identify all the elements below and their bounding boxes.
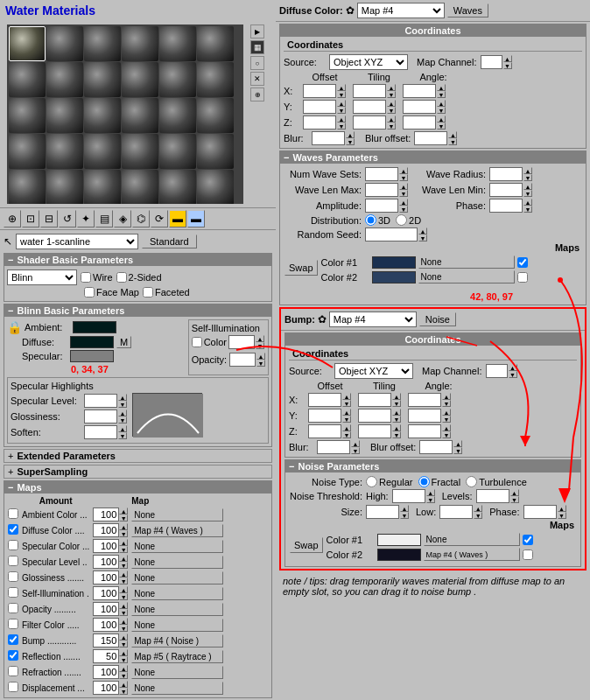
sphere-cell[interactable] [122, 26, 158, 61]
sphere-cell[interactable] [197, 26, 234, 61]
map-row-checkbox[interactable] [8, 666, 18, 676]
toolbar-icon-btn[interactable]: ▬ [187, 210, 205, 228]
opacity-spin-down[interactable]: ▼ [256, 360, 265, 367]
rs-up[interactable]: ▲ [418, 228, 427, 234]
toolbar-icon-btn[interactable]: ↺ [59, 210, 76, 228]
map-amount-down[interactable]: ▼ [119, 688, 128, 695]
map-amount-down[interactable]: ▼ [119, 578, 128, 584]
dist-2d-label[interactable]: 2D [396, 214, 421, 226]
wave-len-max-input[interactable]: 0.3 [365, 183, 398, 197]
z-angle-input[interactable]: 0.0 [403, 116, 436, 130]
y-offset-input[interactable]: 0.0 [303, 100, 336, 114]
source-dropdown[interactable]: Object XYZ [329, 54, 408, 70]
y-ang-down[interactable]: ▼ [437, 107, 446, 114]
spec-level-input[interactable]: 100 [84, 394, 117, 408]
y-ang-up[interactable]: ▲ [437, 100, 446, 107]
sphere-cell[interactable] [9, 98, 46, 133]
wave-radius-input[interactable]: 0.2 [489, 167, 523, 181]
sphere-cell[interactable] [197, 134, 234, 169]
sphere-cell[interactable] [197, 98, 234, 133]
y-til-down[interactable]: ▼ [387, 107, 396, 114]
color-checkbox[interactable] [192, 337, 202, 347]
z2-tiling-input[interactable]: 1.0 [358, 424, 391, 438]
map-row-checkbox[interactable] [8, 682, 18, 692]
swap2-button[interactable]: Swap [290, 537, 323, 553]
sphere-cell[interactable] [159, 134, 196, 169]
sphere-cell[interactable] [122, 98, 158, 133]
sphere-cell[interactable] [84, 62, 121, 97]
map-row-map-btn[interactable]: Map #4 ( Noise ) [131, 634, 223, 648]
material-spheres-grid[interactable] [7, 24, 243, 204]
map-amount-down[interactable]: ▼ [119, 514, 128, 522]
sphere-cell[interactable] [46, 62, 83, 97]
map-channel2-input[interactable]: 1 [486, 364, 508, 378]
color1-swatch[interactable] [372, 256, 416, 269]
sphere-cell[interactable] [46, 134, 83, 169]
sphere-cell[interactable] [9, 62, 46, 97]
y-tiling-input[interactable]: 1.0 [353, 100, 386, 114]
face-map-check[interactable]: Face Map [84, 287, 139, 298]
glossiness-input[interactable]: 24 [84, 410, 117, 424]
x-til-down[interactable]: ▼ [387, 91, 396, 98]
y2-angle-input[interactable]: 0.0 [408, 409, 441, 423]
map-row-amount-input[interactable] [93, 618, 119, 632]
map-row-checkbox[interactable] [8, 650, 18, 661]
toolbar-icon-btn[interactable]: ⊕ [4, 210, 21, 228]
color4-map-check[interactable] [523, 550, 533, 560]
sphere-toolbar-btn[interactable]: ⊕ [250, 88, 264, 102]
mc-down[interactable]: ▼ [503, 62, 512, 69]
toolbar-icon-btn[interactable]: ⊟ [40, 210, 58, 228]
sphere-cell[interactable] [122, 134, 158, 169]
nws-down[interactable]: ▼ [399, 174, 408, 181]
map-row-map-btn[interactable]: None [131, 587, 223, 600]
sphere-cell[interactable] [46, 170, 83, 204]
y2-tiling-input[interactable]: 1.0 [358, 409, 391, 423]
color-value-input[interactable]: 0 [228, 335, 255, 349]
sphere-cell[interactable] [84, 98, 121, 133]
z2-angle-input[interactable]: 0.0 [408, 424, 441, 438]
specular-swatch[interactable] [70, 350, 114, 362]
diffuse-swatch[interactable] [70, 336, 114, 348]
sphere-cell[interactable] [122, 62, 158, 97]
z2-offset-input[interactable]: 0.0 [308, 424, 341, 438]
wlm-down[interactable]: ▼ [399, 190, 408, 197]
sphere-cell[interactable] [9, 170, 46, 204]
waves-button[interactable]: Waves [447, 4, 488, 18]
x-off-up[interactable]: ▲ [337, 84, 346, 91]
wire-checkbox[interactable] [81, 272, 91, 283]
blur-offset2-input[interactable]: 0.0 [419, 440, 453, 454]
nws-up[interactable]: ▲ [399, 167, 408, 174]
toolbar-icon-btn[interactable]: ⊡ [22, 210, 39, 228]
z-ang-down[interactable]: ▼ [437, 122, 446, 130]
x2-tiling-input[interactable]: 1.0 [358, 393, 391, 407]
map-row-checkbox[interactable] [8, 619, 18, 629]
low-input[interactable]: 0.0 [439, 505, 473, 519]
x-off-down[interactable]: ▼ [337, 91, 346, 98]
map-row-amount-input[interactable] [93, 681, 119, 695]
map-amount-up[interactable]: ▲ [119, 602, 128, 609]
wave-len-min-input[interactable]: 0.6 [489, 183, 523, 197]
soften-input[interactable]: 0.1 [84, 425, 117, 439]
noise-regular-radio[interactable] [366, 476, 377, 487]
sphere-cell[interactable] [9, 26, 46, 61]
map-row-amount-input[interactable] [93, 586, 119, 600]
toolbar-icon-btn[interactable]: ⌬ [132, 210, 150, 228]
sphere-cell[interactable] [122, 170, 158, 204]
sphere-cell[interactable] [9, 134, 46, 169]
amp-down[interactable]: ▼ [399, 206, 408, 213]
map-row-amount-input[interactable] [93, 665, 119, 679]
map-amount-up[interactable]: ▲ [119, 570, 128, 578]
sphere-cell[interactable] [159, 98, 196, 133]
soften-down[interactable]: ▼ [118, 432, 127, 439]
dist-2d-radio[interactable] [396, 214, 407, 226]
soften-up[interactable]: ▲ [118, 425, 127, 432]
map-row-map-btn[interactable]: None [131, 571, 223, 584]
map-amount-down[interactable]: ▼ [119, 562, 128, 569]
rs-down[interactable]: ▼ [418, 234, 427, 242]
amplitude-input[interactable]: 0.6 [365, 199, 398, 213]
swap-button[interactable]: Swap [284, 260, 318, 276]
map-row-amount-input[interactable] [93, 523, 119, 537]
map-row-map-btn[interactable]: None [131, 603, 223, 616]
source2-dropdown[interactable]: Object XYZ [334, 363, 413, 379]
blur-offset-input[interactable]: 0.0 [414, 131, 447, 145]
